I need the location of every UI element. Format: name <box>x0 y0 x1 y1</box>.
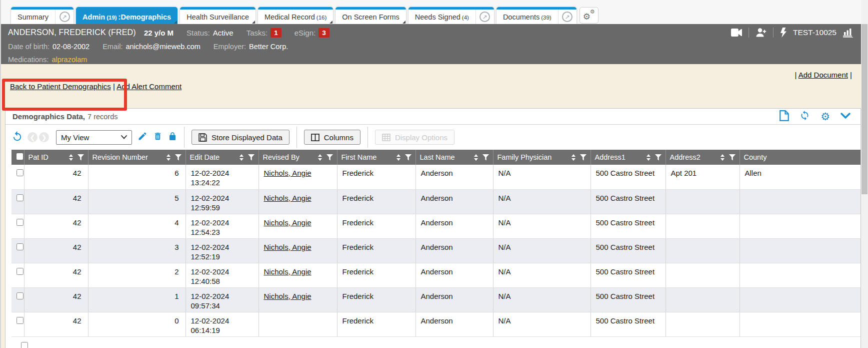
sort-icon[interactable] <box>166 154 170 161</box>
sort-icon[interactable] <box>572 154 576 161</box>
scrollbar-thumb[interactable] <box>862 24 868 194</box>
tab-on-screen-forms[interactable]: On Screen Forms <box>336 7 406 24</box>
cell-address2 <box>666 287 740 312</box>
revised-by-link[interactable]: Nichols, Angie <box>264 243 312 251</box>
tab-needs-signed[interactable]: Needs Signed(4)↗ <box>408 7 494 24</box>
revised-by-link[interactable]: Nichols, Angie <box>264 194 312 202</box>
col-header-address1[interactable]: Address1 <box>590 150 666 165</box>
panel-title: Demographics Data, <box>12 112 85 121</box>
tab-label[interactable]: Documents(39) <box>496 10 558 24</box>
tab-medical-record[interactable]: Medical Record(16) <box>258 7 333 24</box>
filter-icon[interactable] <box>248 154 254 161</box>
filter-icon[interactable] <box>405 154 412 161</box>
col-header-edit_date[interactable]: Edit Date <box>186 150 258 165</box>
revised-by-link[interactable]: Nichols, Angie <box>264 292 312 300</box>
select-all-checkbox[interactable] <box>16 153 23 160</box>
open-in-new-icon[interactable]: ↗ <box>558 10 576 24</box>
filter-icon[interactable] <box>78 154 84 161</box>
tab-summary[interactable]: Summary↗ <box>11 7 74 24</box>
filter-icon[interactable] <box>482 154 489 161</box>
filter-icon[interactable] <box>326 154 333 161</box>
refresh-icon[interactable] <box>800 110 810 123</box>
tab-label[interactable]: Needs Signed(4) <box>408 10 476 24</box>
filter-icon[interactable] <box>655 154 662 161</box>
tab-documents[interactable]: Documents(39)↗ <box>496 7 576 24</box>
content-area: | Add Document | Back to Patient Demogra… <box>0 64 861 348</box>
store-displayed-data-button[interactable]: Store Displayed Data <box>192 130 290 145</box>
delete-view-trash-icon[interactable] <box>153 131 162 143</box>
col-label: County <box>744 153 767 161</box>
table-row: 42512-02-202412:59:59Nichols, AngieFrede… <box>12 189 860 214</box>
cell-last_name: Anderson <box>416 312 493 336</box>
col-header-address2[interactable]: Address2 <box>666 150 740 165</box>
col-header-revision[interactable]: Revision Number <box>88 150 186 165</box>
col-header-revised_by[interactable]: Revised By <box>258 150 337 165</box>
filter-icon[interactable] <box>580 154 586 161</box>
tab-label[interactable]: Medical Record(16) <box>258 10 333 24</box>
col-header-first_name[interactable]: First Name <box>337 150 416 165</box>
tab-label[interactable]: Admin(19):Demographics <box>76 10 178 24</box>
sort-icon[interactable] <box>720 154 724 161</box>
tab-label[interactable]: Summary <box>11 10 55 24</box>
col-header-last_name[interactable]: Last Name <box>416 150 493 165</box>
pipe: | <box>850 71 852 79</box>
row-checkbox[interactable] <box>16 194 24 201</box>
chart-settings-button[interactable]: ⚙⚙ <box>580 7 598 24</box>
open-in-new-icon[interactable]: ↗ <box>55 10 74 24</box>
lightning-icon[interactable] <box>780 28 786 38</box>
sort-icon[interactable] <box>396 154 400 161</box>
row-checkbox[interactable] <box>21 342 28 348</box>
vertical-scrollbar[interactable] <box>861 0 868 348</box>
edit-view-pencil-icon[interactable] <box>138 131 148 143</box>
open-in-new-icon[interactable]: ↗ <box>476 10 494 24</box>
cell-first_name: Frederick <box>337 165 416 189</box>
row-checkbox[interactable] <box>16 268 24 275</box>
revised-by-link[interactable]: Nichols, Angie <box>264 169 312 177</box>
row-checkbox[interactable] <box>16 219 24 226</box>
col-label: Revised By <box>263 153 300 161</box>
display-options-button: Display Options <box>375 130 454 145</box>
filter-icon[interactable] <box>729 154 736 161</box>
settings-gear-icon[interactable]: ⚙ <box>820 112 830 122</box>
cell-edit_date: 12-02-202412:40:58 <box>186 263 258 287</box>
medications-value[interactable]: alprazolam <box>52 56 87 64</box>
toolbar-divider <box>184 127 184 148</box>
tab-label[interactable]: On Screen Forms <box>336 10 406 24</box>
next-view-button[interactable]: ❯ <box>39 132 49 142</box>
view-select[interactable]: My View <box>56 130 132 145</box>
row-checkbox[interactable] <box>16 169 24 176</box>
sort-icon[interactable] <box>318 154 322 161</box>
lock-view-icon[interactable] <box>168 131 177 144</box>
undo-icon[interactable] <box>12 131 23 144</box>
col-label: Edit Date <box>190 153 220 161</box>
sort-icon[interactable] <box>240 154 244 161</box>
sort-icon[interactable] <box>69 154 73 161</box>
video-camera-icon[interactable] <box>731 29 742 37</box>
back-to-demographics-link[interactable]: Back to Patient Demographics <box>10 82 111 91</box>
col-header-county[interactable]: County <box>740 150 860 165</box>
new-document-icon[interactable] <box>780 110 789 123</box>
sort-icon[interactable] <box>474 154 478 161</box>
revised-by-link[interactable]: Nichols, Angie <box>264 218 312 227</box>
add-alert-comment-link[interactable]: Add Alert Comment <box>116 82 182 91</box>
prev-view-button[interactable]: ❮ <box>28 132 38 142</box>
col-header-family_physician[interactable]: Family Physician <box>493 150 590 165</box>
esign-badge[interactable]: 3 <box>318 28 330 38</box>
add-document-link[interactable]: Add Document <box>798 71 848 79</box>
row-checkbox[interactable] <box>16 243 24 250</box>
tab-health-surveillance[interactable]: Health Surveillance <box>180 7 256 24</box>
columns-button[interactable]: Columns <box>304 130 360 145</box>
revised-by-link[interactable]: Nichols, Angie <box>264 267 312 276</box>
filter-icon[interactable] <box>175 154 182 161</box>
tasks-badge[interactable]: 1 <box>270 28 282 38</box>
sort-icon[interactable] <box>646 154 650 161</box>
row-checkbox[interactable] <box>16 292 24 299</box>
col-header-pat_id[interactable]: Pat ID <box>24 150 88 165</box>
flowsheet-chart-icon[interactable] <box>843 28 853 38</box>
row-checkbox[interactable] <box>16 317 24 324</box>
add-person-icon[interactable] <box>756 28 766 37</box>
tab-admin[interactable]: Admin(19):Demographics <box>76 7 178 24</box>
collapse-chevron-icon[interactable] <box>840 112 850 121</box>
cell-last_name: Anderson <box>416 189 493 214</box>
tab-label[interactable]: Health Surveillance <box>180 10 256 24</box>
